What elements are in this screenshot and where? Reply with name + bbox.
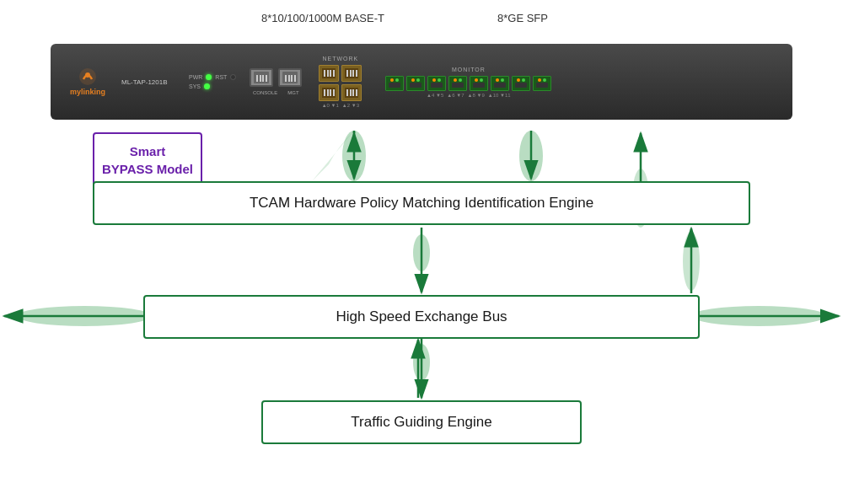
sfp-port-0 [385,76,404,91]
network-port-1 [341,65,362,82]
network-port-3 [341,84,362,101]
sfp-num-6: ▲6 ▼7 [447,93,464,98]
bypass-box: Smart BYPASS Model [93,132,202,187]
sfp-port-6 [512,76,530,91]
pwr-led-row: PWR RST [189,74,236,80]
sfp-port-7 [533,76,551,91]
svg-point-19 [413,344,430,381]
svg-point-7 [519,131,543,181]
monitor-section: MONITOR [385,67,551,98]
model-label: ML-TAP-1201B [121,78,180,86]
sys-led [204,83,210,89]
bypass-line1: Smart [130,144,166,158]
sfp-port-4 [470,76,488,91]
svg-point-4 [342,131,366,181]
bypass-line2: BYPASS Model [102,162,193,176]
tcam-label: TCAM Hardware Policy Matching Identifica… [250,195,593,212]
diagram-area: Smart BYPASS Model TCAM Hardware Policy … [0,131,843,504]
base-t-annotation: 8*10/100/1000M BASE-T [261,12,384,24]
rst-led [230,74,236,80]
network-port-0 [319,65,339,82]
network-port-2 [319,84,339,101]
network-section: NETWORK ▲0 ▼1 ▲2 ▼3 [319,56,362,108]
sfp-port-2 [427,76,446,91]
net-port-num-0: ▲0 ▼1 [322,103,339,108]
console-ports: CONSOLE MGT [250,68,302,95]
brand-logo: mylinking [62,67,113,96]
console-port-labels: CONSOLE MGT [253,90,299,95]
monitor-label: MONITOR [452,67,486,72]
net-port-num-2: ▲2 ▼3 [342,103,359,108]
bypass-text: Smart BYPASS Model [102,142,193,178]
brand-icon [78,67,97,86]
device-panel: mylinking ML-TAP-1201B PWR RST SYS [51,44,792,120]
sys-led-row: SYS [189,83,236,89]
sys-label: SYS [189,83,201,89]
console-port [250,68,273,87]
brand-name: mylinking [70,88,105,96]
sfp-port-3 [448,76,467,91]
tge-label: Traffic Guiding Engine [351,414,491,431]
svg-point-1 [85,72,90,78]
svg-point-9 [413,234,430,271]
mgt-port [278,68,302,87]
network-port-numbers: ▲0 ▼1 ▲2 ▼3 [322,103,359,108]
sfp-annotation: 8*GE SFP [497,12,548,24]
svg-point-17 [683,232,700,291]
sfp-port-1 [406,76,425,91]
svg-point-13 [17,306,152,326]
pwr-led [206,74,212,80]
rj45-pair [250,68,302,87]
console-label: CONSOLE [253,90,277,95]
sfp-num-10: ▲10 ▼11 [488,93,511,98]
network-ports [319,65,362,101]
sfp-num-8: ▲8 ▼9 [468,93,485,98]
pwr-label: PWR [189,74,202,80]
sfp-port-5 [491,76,509,91]
sfp-num-4: ▲4 ▼5 [427,93,443,98]
hseb-box: High Speed Exchange Bus [143,295,700,339]
svg-point-15 [691,306,826,326]
sfp-ports [385,76,551,91]
hseb-label: High Speed Exchange Bus [336,308,507,325]
sfp-port-numbers: ▲4 ▼5 ▲6 ▼7 ▲8 ▼9 ▲10 ▼11 [427,93,511,98]
led-section: PWR RST SYS [189,74,236,89]
tcam-box: TCAM Hardware Policy Matching Identifica… [93,181,750,225]
mgt-label: MGT [287,90,298,95]
rst-label: RST [215,74,227,80]
network-label: NETWORK [322,56,358,62]
tge-box: Traffic Guiding Engine [261,400,582,444]
